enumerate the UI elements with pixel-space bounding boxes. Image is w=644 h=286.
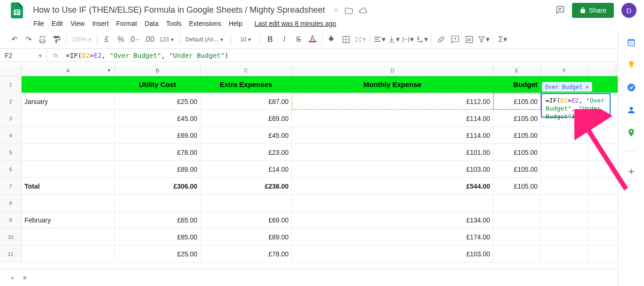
currency-button[interactable]: £ — [100, 33, 113, 46]
undo-button[interactable]: ↶ — [8, 33, 21, 46]
cell[interactable]: £103.00 — [292, 161, 493, 177]
menu-format[interactable]: Format — [113, 18, 140, 29]
menu-insert[interactable]: Insert — [89, 18, 112, 29]
cell[interactable]: £544.00 — [292, 178, 493, 194]
select-all-corner[interactable] — [0, 65, 22, 76]
account-avatar[interactable]: D — [621, 3, 636, 18]
menu-view[interactable]: View — [67, 18, 88, 29]
cell[interactable]: £87.00 — [201, 93, 292, 110]
row-header[interactable]: 2 — [0, 93, 22, 110]
close-icon[interactable]: × — [585, 83, 589, 90]
cell[interactable]: £23.00 — [201, 144, 292, 160]
sheets-logo[interactable] — [8, 1, 26, 20]
insert-comment-button[interactable] — [449, 33, 462, 46]
calendar-icon[interactable]: 31 — [627, 38, 636, 47]
filter-button[interactable]: ▾ — [477, 33, 490, 46]
cell[interactable] — [493, 195, 541, 211]
merge-cells-button[interactable]: ▾ — [354, 33, 367, 46]
cell[interactable] — [22, 127, 115, 143]
menu-extensions[interactable]: Extensions — [185, 18, 224, 29]
cell[interactable] — [22, 161, 115, 177]
cell[interactable]: £105.00 — [493, 161, 541, 177]
spreadsheet-grid[interactable]: A▾ B C D E F 1 Utility Cost Extra Expens… — [0, 62, 644, 275]
menu-tools[interactable]: Tools — [163, 18, 185, 29]
formula-input[interactable]: =IF(D2>E2, "Over Budget", "Under Budget"… — [64, 52, 229, 59]
cell[interactable]: February — [22, 212, 115, 228]
fill-color-button[interactable] — [325, 33, 338, 46]
cell[interactable]: £101.00 — [292, 144, 493, 160]
row-header[interactable]: 4 — [0, 127, 22, 143]
cell[interactable]: £78.00 — [115, 144, 201, 160]
menu-data[interactable]: Data — [141, 18, 162, 29]
borders-button[interactable] — [339, 33, 353, 46]
horizontal-align-button[interactable]: ▾ — [373, 33, 386, 46]
row-header-1[interactable]: 1 — [0, 76, 22, 93]
keep-icon[interactable] — [627, 60, 636, 70]
row-header[interactable]: 3 — [0, 110, 22, 127]
col-header-f[interactable]: F — [541, 65, 588, 76]
row-header[interactable]: 8 — [0, 195, 22, 211]
cell-d1[interactable]: Monthly Expense — [292, 76, 493, 93]
bold-button[interactable]: B — [264, 33, 277, 46]
paint-format-button[interactable] — [50, 33, 63, 46]
cell[interactable]: £174.00 — [292, 229, 493, 245]
cell[interactable]: January — [22, 93, 115, 110]
share-button[interactable]: Share — [572, 3, 614, 18]
cell[interactable] — [493, 229, 541, 245]
cell[interactable] — [493, 212, 541, 228]
document-title[interactable]: How to Use IF (THEN/ELSE) Formula in Goo… — [30, 4, 328, 16]
font-size-select[interactable]: 10 ▾ — [234, 34, 258, 45]
vertical-align-button[interactable]: ▾ — [387, 33, 400, 46]
cell[interactable] — [22, 110, 115, 127]
move-icon[interactable] — [345, 7, 353, 16]
filter-icon[interactable]: ▾ — [106, 67, 113, 73]
row-header[interactable]: 7 — [0, 178, 22, 194]
star-icon[interactable]: ☆ — [333, 7, 339, 16]
cell[interactable]: £89.00 — [201, 229, 292, 245]
cloud-status-icon[interactable] — [359, 7, 367, 16]
cell[interactable]: £114.00 — [292, 110, 493, 127]
col-header-b[interactable]: B — [115, 65, 201, 76]
text-rotation-button[interactable]: ▾ — [415, 33, 428, 46]
text-wrap-button[interactable]: ▾ — [401, 33, 414, 46]
cell[interactable]: £78.00 — [201, 246, 292, 262]
insert-chart-button[interactable] — [463, 33, 476, 46]
cell-c1[interactable]: Extra Expenses — [201, 76, 292, 93]
col-header-a[interactable]: A▾ — [22, 65, 115, 76]
cell[interactable]: £25.00 — [115, 93, 201, 110]
cell[interactable]: Total — [22, 178, 115, 194]
cell[interactable]: £45.00 — [115, 110, 201, 127]
zoom-select[interactable]: 100%▾ — [69, 34, 94, 45]
cell[interactable]: £105.00 — [493, 110, 541, 127]
print-button[interactable] — [36, 33, 49, 46]
decrease-decimal-button[interactable]: .0← — [129, 33, 142, 46]
redo-button[interactable]: ↷ — [22, 33, 35, 46]
cell[interactable] — [22, 246, 115, 262]
number-format-select[interactable]: 123▾ — [157, 34, 177, 45]
cell[interactable] — [541, 246, 588, 262]
row-header[interactable]: 11 — [0, 246, 22, 262]
cell[interactable] — [22, 229, 115, 245]
font-family-select[interactable]: Default (Ari...▾ — [183, 34, 228, 45]
cell-b1[interactable]: Utility Cost — [115, 76, 201, 93]
cell[interactable]: £112.00 — [292, 93, 493, 110]
cell[interactable] — [22, 195, 115, 211]
cell-e1[interactable]: Budget — [493, 76, 541, 93]
cell[interactable]: £114.00 — [292, 127, 493, 143]
cell[interactable]: £134.00 — [292, 212, 493, 228]
menu-edit[interactable]: Edit — [48, 18, 66, 29]
add-sheet-button[interactable]: ＋ — [8, 272, 17, 284]
percent-button[interactable]: % — [114, 33, 128, 46]
menu-file[interactable]: File — [30, 18, 48, 29]
tasks-icon[interactable] — [627, 83, 636, 92]
insert-link-button[interactable] — [435, 33, 448, 46]
cell[interactable] — [292, 195, 493, 211]
row-header[interactable]: 5 — [0, 144, 22, 160]
menu-help[interactable]: Help — [225, 18, 246, 29]
increase-decimal-button[interactable]: .00 — [143, 33, 156, 46]
col-header-c[interactable]: C — [201, 65, 292, 76]
cell[interactable] — [22, 144, 115, 160]
cell[interactable]: £105.00 — [493, 178, 541, 194]
cell[interactable]: £306.00 — [115, 178, 201, 194]
cell[interactable]: £14.00 — [201, 161, 292, 177]
